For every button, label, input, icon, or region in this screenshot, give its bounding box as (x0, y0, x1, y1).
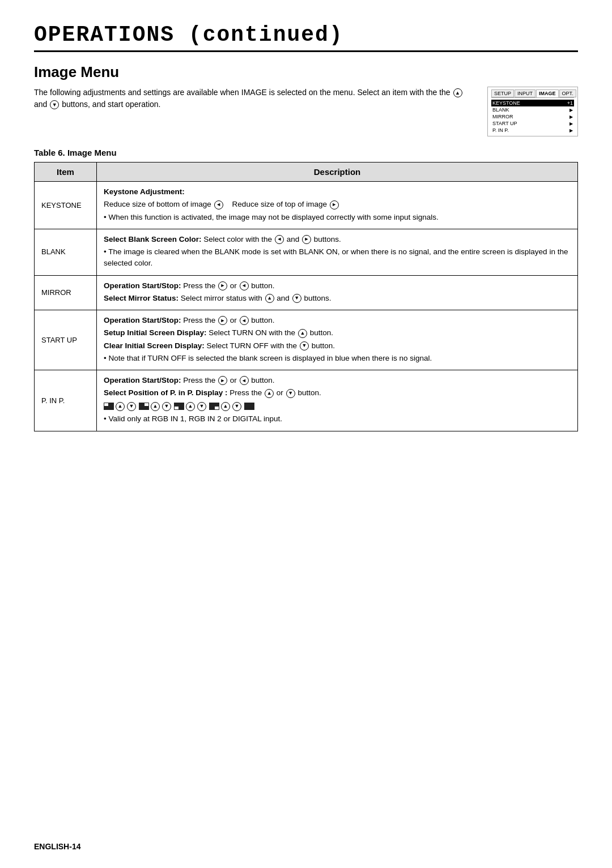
menu-tab-input: INPUT (515, 89, 536, 97)
up-btn-icon: ▲ (265, 294, 274, 303)
right-btn-icon: ► (218, 281, 227, 290)
up-btn-icon2: ▲ (116, 402, 125, 411)
table-row: MIRROR Operation Start/Stop: Press the ►… (35, 275, 578, 310)
table-row: KEYSTONE Keystone Adjustment: Reduce siz… (35, 182, 578, 229)
desc-startup: Operation Start/Stop: Press the ► or ◄ b… (97, 310, 578, 370)
up-btn-icon3: ▲ (151, 402, 160, 411)
menu-item-pinp: P. IN P.▶ (491, 127, 574, 134)
menu-item-startup: START UP▶ (491, 120, 574, 127)
left-btn-icon: ◄ (275, 235, 284, 244)
down-btn-icon3: ▼ (162, 402, 171, 411)
intro-text: The following adjustments and settings a… (34, 87, 487, 110)
up-button-icon: ▲ (453, 88, 462, 97)
item-keystone: KEYSTONE (35, 182, 97, 229)
main-table: Item Description KEYSTONE Keystone Adjus… (34, 162, 578, 431)
left-btn-icon: ◄ (240, 316, 249, 325)
table-row: P. IN P. Operation Start/Stop: Press the… (35, 370, 578, 431)
svg-rect-5 (175, 407, 178, 409)
menu-tabs: SETUP INPUT IMAGE OPT. (491, 89, 574, 98)
up-btn-icon: ▲ (298, 329, 307, 338)
desc-pinp: Operation Start/Stop: Press the ► or ◄ b… (97, 370, 578, 431)
down-btn-icon: ▼ (286, 389, 295, 398)
right-btn-icon: ► (218, 316, 227, 325)
left-btn-icon: ◄ (214, 200, 223, 209)
menu-item-mirror: MIRROR▶ (491, 113, 574, 120)
menu-tab-setup: SETUP (491, 89, 514, 97)
svg-rect-8 (244, 403, 254, 410)
desc-mirror: Operation Start/Stop: Press the ► or ◄ b… (97, 275, 578, 310)
col-header-desc: Description (97, 163, 578, 182)
right-btn-icon: ► (330, 200, 339, 209)
left-btn-icon: ◄ (240, 376, 249, 385)
svg-rect-3 (144, 403, 148, 406)
down-btn-icon: ▼ (292, 294, 301, 303)
item-startup: START UP (35, 310, 97, 370)
up-btn-icon: ▲ (265, 389, 274, 398)
desc-keystone: Keystone Adjustment: Reduce size of bott… (97, 182, 578, 229)
item-pinp: P. IN P. (35, 370, 97, 431)
table-heading: Table 6. Image Menu (34, 148, 578, 157)
left-btn-icon: ◄ (240, 281, 249, 290)
desc-blank: Select Blank Screen Color: Select color … (97, 229, 578, 275)
page-footer: ENGLISH-14 (34, 842, 80, 851)
menu-tab-opt: OPT. (559, 89, 576, 97)
pip-layout-icons: ▲ ▼ ▲ ▼ ▲ ▼ (104, 402, 254, 411)
table-row: BLANK Select Blank Screen Color: Select … (35, 229, 578, 275)
down-btn-icon4: ▼ (197, 402, 206, 411)
page-title: OPERATIONS (continued) (34, 23, 578, 52)
item-blank: BLANK (35, 229, 97, 275)
svg-rect-1 (104, 403, 108, 406)
down-btn-icon: ▼ (300, 341, 309, 350)
down-button-icon: ▼ (50, 100, 59, 109)
item-mirror: MIRROR (35, 275, 97, 310)
up-btn-icon4: ▲ (186, 402, 195, 411)
section-heading: Image Menu (34, 63, 578, 81)
svg-rect-7 (215, 407, 219, 409)
menu-item-blank: BLANK▶ (491, 106, 574, 113)
intro-area: The following adjustments and settings a… (34, 87, 578, 136)
down-btn-icon2: ▼ (127, 402, 136, 411)
right-btn-icon: ► (218, 376, 227, 385)
table-row: START UP Operation Start/Stop: Press the… (35, 310, 578, 370)
up-btn-icon5: ▲ (221, 402, 230, 411)
down-btn-icon5: ▼ (232, 402, 241, 411)
col-header-item: Item (35, 163, 97, 182)
right-btn-icon: ► (302, 235, 311, 244)
menu-item-keystone: KEYSTONE +1 (491, 100, 574, 106)
menu-tab-image: IMAGE (536, 89, 559, 97)
menu-screenshot: SETUP INPUT IMAGE OPT. KEYSTONE +1 BLANK… (487, 87, 578, 136)
